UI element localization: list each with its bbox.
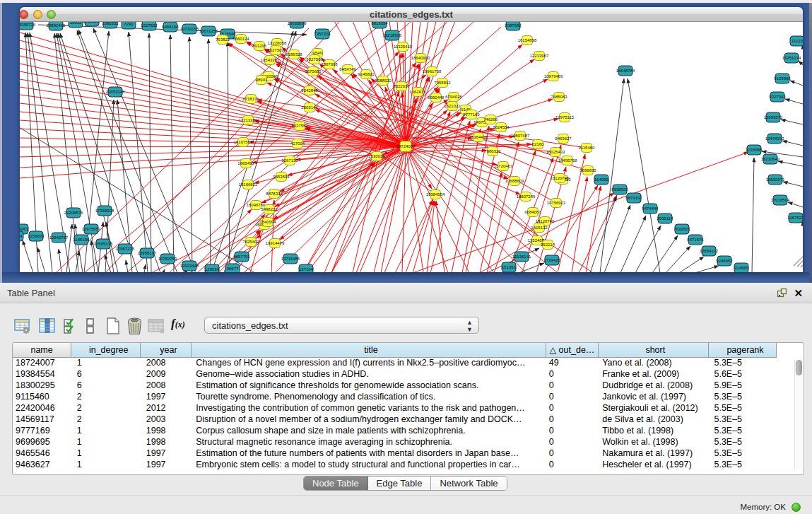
svg-text:8990448: 8990448 xyxy=(428,95,445,100)
svg-text:8813054: 8813054 xyxy=(371,22,388,25)
svg-text:164095: 164095 xyxy=(594,177,609,182)
svg-text:151361: 151361 xyxy=(502,265,517,269)
svg-text:12975115: 12975115 xyxy=(555,115,575,119)
svg-text:7290: 7290 xyxy=(124,22,134,26)
svg-text:1167533: 1167533 xyxy=(788,216,803,220)
svg-text:6879197: 6879197 xyxy=(625,196,642,200)
svg-text:9245652: 9245652 xyxy=(716,259,733,263)
svg-text:98901: 98901 xyxy=(256,78,268,82)
svg-text:1621022: 1621022 xyxy=(444,104,461,108)
svg-text:15751074: 15751074 xyxy=(782,56,801,60)
svg-text:2803144: 2803144 xyxy=(301,105,318,110)
svg-text:17016504: 17016504 xyxy=(771,198,790,202)
svg-text:17957225: 17957225 xyxy=(116,247,135,251)
svg-text:13716485: 13716485 xyxy=(281,257,300,261)
svg-text:9115460: 9115460 xyxy=(579,146,596,150)
svg-text:10719155: 10719155 xyxy=(180,27,199,31)
svg-text:16961758: 16961758 xyxy=(423,69,442,74)
svg-text:16120745: 16120745 xyxy=(551,176,570,180)
svg-text:12444193: 12444193 xyxy=(765,136,784,141)
svg-text:12942757: 12942757 xyxy=(49,235,69,240)
svg-text:19384554: 19384554 xyxy=(426,192,445,197)
svg-text:137164: 137164 xyxy=(299,267,314,271)
svg-text:12213967: 12213967 xyxy=(530,54,549,58)
svg-text:7485063: 7485063 xyxy=(551,95,567,99)
svg-text:15136141: 15136141 xyxy=(512,255,531,259)
svg-text:10654112: 10654112 xyxy=(700,249,719,253)
svg-text:10807487: 10807487 xyxy=(511,134,530,138)
svg-text:62160: 62160 xyxy=(532,142,544,146)
svg-text:9474444: 9474444 xyxy=(642,206,659,211)
svg-text:10543362: 10543362 xyxy=(261,58,280,62)
svg-text:6794028: 6794028 xyxy=(445,95,462,99)
svg-text:9463627: 9463627 xyxy=(555,136,572,141)
svg-text:9699695: 9699695 xyxy=(579,168,596,173)
svg-text:10653287: 10653287 xyxy=(83,22,102,23)
svg-text:9227343: 9227343 xyxy=(769,95,786,99)
svg-text:16648784: 16648784 xyxy=(616,69,635,73)
svg-text:9777169: 9777169 xyxy=(463,112,480,117)
svg-text:16782759: 16782759 xyxy=(158,257,177,261)
svg-text:2718176: 2718176 xyxy=(242,97,259,101)
svg-text:10688609: 10688609 xyxy=(505,179,524,183)
svg-text:18724007: 18724007 xyxy=(396,144,416,148)
svg-text:10973493: 10973493 xyxy=(544,74,563,78)
svg-text:2935114: 2935114 xyxy=(657,216,674,221)
svg-text:10756923: 10756923 xyxy=(547,201,566,205)
svg-text:1527602: 1527602 xyxy=(141,23,158,28)
svg-text:7955812: 7955812 xyxy=(434,81,451,85)
svg-text:9657791: 9657791 xyxy=(233,255,250,259)
svg-text:2867608: 2867608 xyxy=(321,62,338,66)
svg-text:1156829: 1156829 xyxy=(28,234,45,238)
svg-text:8878332: 8878332 xyxy=(266,192,283,196)
svg-text:12975657: 12975657 xyxy=(82,227,101,231)
svg-text:18495758: 18495758 xyxy=(558,158,577,163)
svg-text:3675685: 3675685 xyxy=(305,69,322,74)
svg-text:8471676: 8471676 xyxy=(687,238,704,242)
svg-text:18807249: 18807249 xyxy=(517,194,536,199)
svg-text:5498222: 5498222 xyxy=(261,207,278,211)
svg-text:16033809: 16033809 xyxy=(288,22,307,25)
svg-text:1145194: 1145194 xyxy=(73,238,90,242)
svg-text:1362615: 1362615 xyxy=(409,90,426,94)
svg-text:417004: 417004 xyxy=(290,141,305,146)
svg-text:9327508: 9327508 xyxy=(306,57,323,62)
svg-text:8427552: 8427552 xyxy=(291,124,308,128)
svg-text:9146821: 9146821 xyxy=(358,72,375,76)
svg-text:16914479: 16914479 xyxy=(266,241,285,245)
svg-text:20206576: 20206576 xyxy=(64,211,83,215)
svg-text:12213389: 12213389 xyxy=(239,118,258,122)
svg-text:21364436: 21364436 xyxy=(469,135,488,139)
svg-text:11123: 11123 xyxy=(792,39,803,43)
svg-text:9129966: 9129966 xyxy=(774,76,791,81)
svg-text:20911: 20911 xyxy=(70,22,82,25)
svg-text:16154838: 16154838 xyxy=(518,38,537,42)
svg-text:16210643: 16210643 xyxy=(761,157,780,161)
svg-text:3215955: 3215955 xyxy=(746,148,763,152)
svg-text:2087682: 2087682 xyxy=(505,23,522,28)
svg-text:1733426: 1733426 xyxy=(543,258,560,262)
svg-text:12093872: 12093872 xyxy=(764,115,783,119)
svg-text:8322037: 8322037 xyxy=(393,84,410,88)
svg-text:10025433: 10025433 xyxy=(546,150,565,154)
svg-text:835061: 835061 xyxy=(20,227,29,231)
svg-text:15692971: 15692971 xyxy=(766,177,785,182)
svg-text:12923448: 12923448 xyxy=(180,264,199,268)
svg-text:10958107: 10958107 xyxy=(138,251,157,255)
svg-text:7625402: 7625402 xyxy=(242,240,259,244)
svg-text:8186328: 8186328 xyxy=(286,52,302,57)
svg-text:763822: 763822 xyxy=(216,37,230,42)
svg-text:1615132: 1615132 xyxy=(531,226,548,230)
svg-text:924565: 924565 xyxy=(734,266,749,270)
svg-text:6466160: 6466160 xyxy=(162,25,179,29)
svg-text:252214: 252214 xyxy=(541,243,555,247)
svg-text:7986322: 7986322 xyxy=(484,149,501,153)
svg-text:9653594: 9653594 xyxy=(273,175,290,179)
svg-text:129234: 129234 xyxy=(205,267,220,271)
svg-text:19166822: 19166822 xyxy=(239,182,258,187)
svg-text:14055724: 14055724 xyxy=(20,23,36,27)
svg-text:13226058: 13226058 xyxy=(268,41,287,45)
svg-text:17359928: 17359928 xyxy=(95,209,114,213)
svg-text:9242848: 9242848 xyxy=(301,88,318,93)
svg-text:96577: 96577 xyxy=(227,267,239,271)
